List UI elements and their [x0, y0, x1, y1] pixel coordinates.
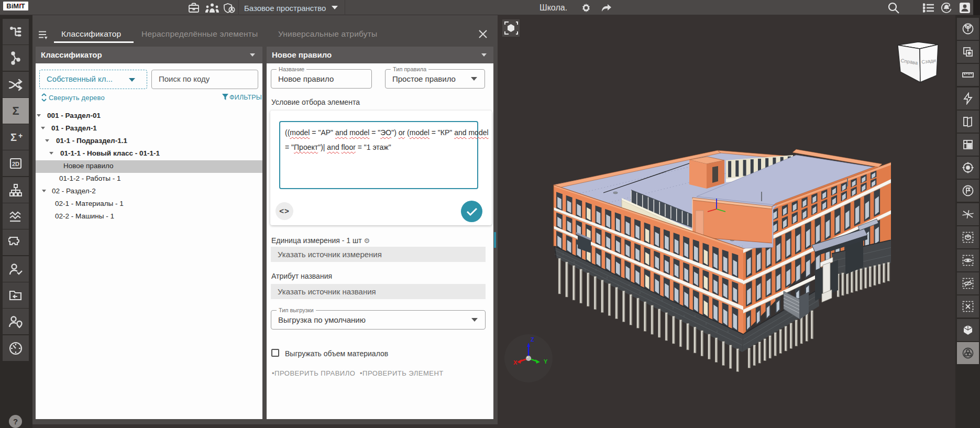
- svg-text:X: X: [513, 359, 517, 366]
- svg-text:Z: Z: [531, 336, 534, 343]
- svg-text:Σ: Σ: [10, 131, 17, 143]
- svg-text:Y: Y: [544, 358, 548, 365]
- svg-text:+: +: [18, 131, 23, 140]
- svg-text:2D: 2D: [12, 161, 19, 167]
- svg-text:Σ: Σ: [12, 104, 19, 117]
